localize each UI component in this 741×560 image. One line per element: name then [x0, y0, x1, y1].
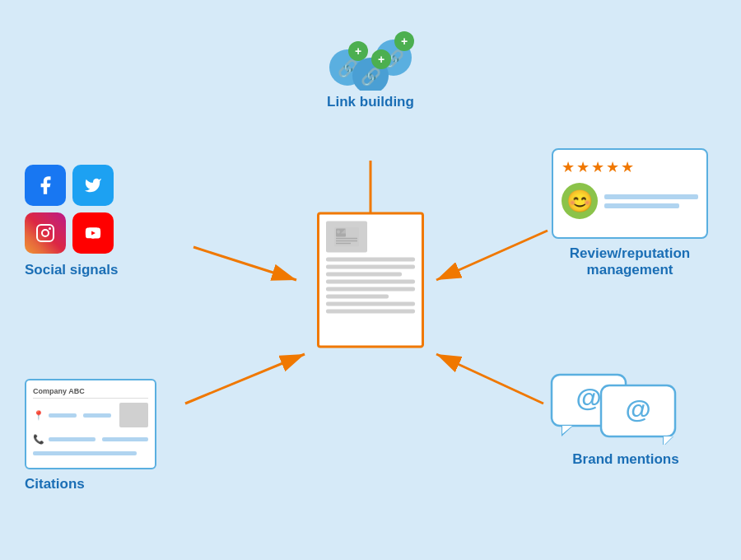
doc-line-1: [326, 258, 415, 262]
social-icons-grid: [25, 165, 115, 255]
svg-text:+: +: [378, 53, 384, 66]
svg-rect-25: [37, 225, 54, 241]
svg-point-27: [49, 227, 51, 230]
doc-line-5: [326, 287, 415, 292]
brand-mentions-label: Brand mentions: [527, 451, 725, 468]
diagram-container: 🔗 + 🔗 + 🔗 + Link building: [0, 0, 741, 560]
center-document: [317, 212, 424, 348]
doc-image: [326, 222, 367, 253]
review-card: ★★★★★ 😊: [552, 148, 708, 239]
citation-header: Company ABC: [33, 387, 148, 399]
citation-card: Company ABC 📍 📞: [25, 379, 156, 469]
link-building-section: 🔗 + 🔗 + 🔗 + Link building: [288, 16, 453, 110]
review-section: ★★★★★ 😊 Review/reputation management: [535, 148, 725, 278]
citations-label: Citations: [25, 476, 214, 492]
doc-line-4: [326, 280, 415, 284]
svg-point-26: [42, 230, 49, 236]
link-icons: 🔗 + 🔗 + 🔗 +: [288, 16, 453, 91]
svg-text:+: +: [401, 35, 408, 48]
doc-line-8: [326, 310, 415, 314]
svg-point-12: [337, 231, 340, 234]
facebook-icon: [25, 165, 66, 206]
svg-line-4: [436, 231, 548, 280]
svg-marker-35: [664, 436, 673, 445]
doc-line-6: [326, 295, 389, 299]
twitter-icon: [72, 165, 114, 206]
citation-row-2: 📞: [33, 434, 148, 445]
social-signals-section: Social signals: [25, 165, 214, 278]
smiley-icon: 😊: [562, 183, 598, 219]
svg-text:@: @: [625, 394, 650, 424]
brand-icons: @ @: [527, 371, 725, 445]
youtube-icon: [72, 212, 114, 254]
brand-mentions-section: @ @ Brand mentions: [527, 371, 725, 468]
review-label: Review/reputation management: [535, 245, 725, 278]
svg-text:+: +: [355, 44, 361, 58]
link-building-label: Link building: [288, 94, 453, 110]
doc-line-2: [326, 265, 415, 269]
svg-text:🔗: 🔗: [361, 67, 381, 86]
svg-text:@: @: [576, 383, 601, 413]
stars-row: ★★★★★: [562, 158, 698, 176]
social-signals-label: Social signals: [25, 262, 214, 278]
instagram-icon: [25, 212, 66, 254]
doc-line-7: [326, 302, 415, 306]
doc-line-3: [326, 273, 402, 277]
doc-card: [317, 212, 424, 348]
citations-section: Company ABC 📍 📞 Citations: [25, 379, 214, 492]
citation-row-1: 📍: [33, 403, 148, 427]
